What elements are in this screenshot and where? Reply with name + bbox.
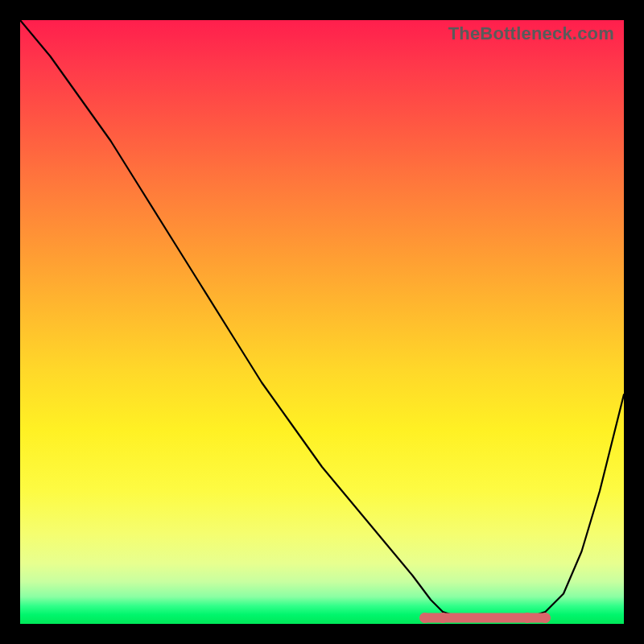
optimal-range-dot: [540, 613, 551, 623]
watermark-label: TheBottleneck.com: [448, 23, 614, 44]
bottleneck-curve: [20, 20, 624, 618]
chart-plot-area: TheBottleneck.com: [20, 20, 624, 624]
optimal-range-dot: [522, 613, 533, 623]
chart-svg: [20, 20, 624, 624]
optimal-range-dot: [438, 613, 448, 623]
optimal-range-dot: [419, 613, 430, 623]
